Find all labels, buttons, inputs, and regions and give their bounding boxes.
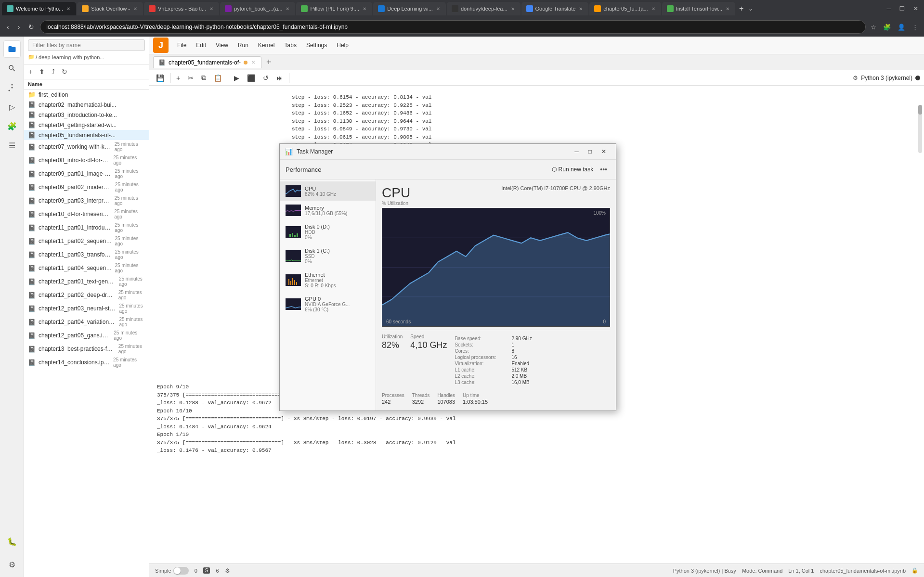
file-item-ch12p3[interactable]: 📓 chapter12_part03_neural-style-transf..… <box>24 302 149 315</box>
sidebar-icon-run[interactable]: ▷ <box>3 98 21 115</box>
paste-cell-button[interactable]: 📋 <box>211 73 225 83</box>
file-item-ch11p1[interactable]: 📓 chapter11_part01_introductio... 25 min… <box>24 221 149 234</box>
back-button[interactable]: ‹ <box>4 21 12 33</box>
tab-vnexpress[interactable]: VnExpress - Báo ti... ✕ <box>144 2 219 15</box>
extensions-button[interactable]: 🧩 <box>881 22 893 33</box>
sidebar-icon-debugger[interactable]: 🐛 <box>3 533 21 550</box>
simple-toggle[interactable] <box>173 567 189 575</box>
file-item-ch12p2[interactable]: 📓 chapter12_part02_deep-dream.ipynb 25 m… <box>24 288 149 302</box>
tab-close-welcome[interactable]: ✕ <box>65 5 71 13</box>
vertical-scrollbar[interactable] <box>918 105 922 153</box>
sidebar-icon-git[interactable] <box>3 79 21 96</box>
tab-github[interactable]: donhuvy/deep-lea... ✕ <box>447 2 521 15</box>
tab-tensorflow[interactable]: Install TensorFlow... ✕ <box>662 2 735 15</box>
tm-sidebar-memory[interactable]: Memory 17,6/31,8 GB (55%) <box>280 201 376 220</box>
reload-button[interactable]: ↻ <box>26 21 37 33</box>
sidebar-icon-files[interactable] <box>3 40 21 58</box>
file-item-first-edition[interactable]: 📁 first_edition <box>24 90 149 100</box>
tab-close-chapter05[interactable]: ✕ <box>651 5 656 13</box>
file-item-ch09p1[interactable]: 📓 chapter09_part01_image-seg... 25 minut… <box>24 167 149 180</box>
tab-pytorch[interactable]: pytorch_book_...(a... ✕ <box>220 2 295 15</box>
tab-chapter05[interactable]: chapter05_fu...(a... ✕ <box>589 2 661 15</box>
new-folder-button[interactable]: + <box>26 66 35 77</box>
tab-close-vnexpress[interactable]: ✕ <box>208 5 214 13</box>
file-filter-input[interactable] <box>28 39 145 51</box>
file-item-ch12p5[interactable]: 📓 chapter12_part05_gans.ipynb 25 minutes… <box>24 329 149 342</box>
menu-kernel[interactable]: Kernel <box>253 40 280 51</box>
tab-deeplearning[interactable]: Deep Learning wi... ✕ <box>373 2 446 15</box>
notebook-tab-close[interactable]: ✕ <box>250 59 256 66</box>
file-item-ch13[interactable]: 📓 chapter13_best-practices-for-the-re...… <box>24 342 149 356</box>
tab-close-stackoverflow[interactable]: ✕ <box>132 5 138 13</box>
tab-close-translate[interactable]: ✕ <box>578 5 584 13</box>
tm-sidebar-gpu[interactable]: GPU 0 NVIDIA GeForce G...6% (30 °C) <box>280 292 376 316</box>
file-item-ch14[interactable]: 📓 chapter14_conclusions.ipynb 25 minutes… <box>24 356 149 369</box>
tab-close-github[interactable]: ✕ <box>510 5 516 13</box>
more-options-button[interactable]: ••• <box>597 164 610 175</box>
run-new-task-button[interactable]: ⬡ Run new task <box>548 164 598 175</box>
upload-files-button[interactable]: ⤴ <box>49 66 57 77</box>
profile-button[interactable]: 👤 <box>896 22 907 33</box>
menu-edit[interactable]: Edit <box>191 40 211 51</box>
interrupt-button[interactable]: ⬛ <box>244 73 258 83</box>
save-button[interactable]: 💾 <box>153 73 167 83</box>
upload-button[interactable]: ⬆ <box>37 66 47 77</box>
tab-stackoverflow[interactable]: Stack Overflow - ✕ <box>77 2 143 15</box>
menu-help[interactable]: Help <box>332 40 353 51</box>
tab-search-button[interactable]: ⌄ <box>748 5 753 12</box>
status-settings-button[interactable]: ⚙ <box>225 567 230 574</box>
tm-sidebar-ethernet[interactable]: Ethernet EthernetS: 0 R: 0 Kbps <box>280 268 376 292</box>
file-item-ch09p3[interactable]: 📓 chapter09_part03_interpretin... 25 min… <box>24 194 149 207</box>
tm-sidebar-disk1[interactable]: Disk 1 (C:) SSD0% <box>280 244 376 268</box>
tm-sidebar-cpu[interactable]: CPU 82% 4,10 GHz <box>280 181 376 201</box>
run-cell-button[interactable]: ▶ <box>231 73 242 83</box>
file-item-ch04[interactable]: 📓 chapter04_getting-started-wi... <box>24 120 149 130</box>
copy-cell-button[interactable]: ⧉ <box>198 72 209 83</box>
tab-welcome[interactable]: Welcome to Pytho... ✕ <box>2 2 76 15</box>
settings-button[interactable]: ⋮ <box>910 22 920 33</box>
menu-settings[interactable]: Settings <box>301 40 332 51</box>
sidebar-icon-search[interactable] <box>3 60 21 77</box>
file-item-ch12p4[interactable]: 📓 chapter12_part04_variational-autoen...… <box>24 315 149 329</box>
file-item-ch12p1[interactable]: 📓 chapter12_part01_text-generation.ip...… <box>24 275 149 288</box>
sidebar-icon-settings[interactable]: ⚙ <box>3 556 21 573</box>
file-item-ch11p3[interactable]: 📓 chapter11_part03_transforme... 25 minu… <box>24 248 149 261</box>
sidebar-icon-table[interactable]: ☰ <box>3 137 21 154</box>
file-item-ch10[interactable]: 📓 chapter10_dl-for-timeseries.i... 25 mi… <box>24 207 149 221</box>
tab-translate[interactable]: Google Translate ✕ <box>521 2 589 15</box>
file-item-ch05[interactable]: 📓 chapter05_fundamentals-of-... <box>24 130 149 140</box>
tm-maximize-button[interactable]: □ <box>584 147 597 156</box>
file-item-ch11p4[interactable]: 📓 chapter11_part04_sequence-... 25 minut… <box>24 261 149 275</box>
file-item-ch11p2[interactable]: 📓 chapter11_part02_sequence-... 25 minut… <box>24 234 149 248</box>
notebook-tab-active[interactable]: 📓 chapter05_fundamentals-of- ✕ <box>153 56 261 68</box>
menu-view[interactable]: View <box>211 40 233 51</box>
bookmark-button[interactable]: ☆ <box>869 22 878 33</box>
tm-close-button[interactable]: ✕ <box>597 147 611 156</box>
add-cell-button[interactable]: + <box>173 73 183 83</box>
tm-minimize-button[interactable]: ─ <box>570 147 584 156</box>
refresh-button[interactable]: ↻ <box>59 66 70 77</box>
new-tab-button[interactable]: + <box>736 4 746 13</box>
file-item-ch08[interactable]: 📓 chapter08_intro-to-dl-for-co... 25 min… <box>24 154 149 167</box>
tab-pillow[interactable]: Pillow (PIL Fork) 9:... ✕ <box>296 2 372 15</box>
menu-file[interactable]: File <box>172 40 191 51</box>
tab-close-pillow[interactable]: ✕ <box>362 5 367 13</box>
file-item-ch02[interactable]: 📓 chapter02_mathematical-bui... <box>24 100 149 110</box>
kernel-settings-button[interactable]: ⚙ <box>853 75 858 81</box>
restart-button[interactable]: ↺ <box>260 73 272 83</box>
cut-cell-button[interactable]: ✂ <box>185 73 196 83</box>
tm-sidebar-disk0[interactable]: Disk 0 (D:) HDD0% <box>280 220 376 244</box>
restore-button[interactable]: ❐ <box>896 3 909 14</box>
file-item-ch07[interactable]: 📓 chapter07_working-with-kera... 25 minu… <box>24 140 149 154</box>
tab-close-pytorch[interactable]: ✕ <box>285 5 290 13</box>
close-button[interactable]: ✕ <box>910 3 922 14</box>
tab-close-tensorflow[interactable]: ✕ <box>725 5 730 13</box>
new-launcher-button[interactable]: + <box>263 56 274 68</box>
minimize-button[interactable]: ─ <box>883 3 895 14</box>
restart-run-button[interactable]: ⏭ <box>273 73 286 83</box>
forward-button[interactable]: › <box>15 21 23 33</box>
menu-run[interactable]: Run <box>233 40 253 51</box>
sidebar-icon-extensions[interactable]: 🧩 <box>3 117 21 135</box>
file-item-ch03[interactable]: 📓 chapter03_introduction-to-ke... <box>24 110 149 120</box>
menu-tabs[interactable]: Tabs <box>280 40 301 51</box>
